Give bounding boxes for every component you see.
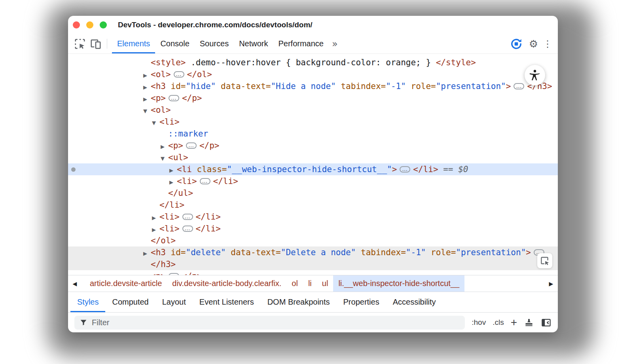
disclosure-arrow-icon[interactable]: ▶ [143,93,151,105]
filter-box[interactable] [74,316,465,330]
code-token: "presentation" [456,248,526,257]
dom-tree-row[interactable]: ▼<ul> [68,152,558,163]
tab-console[interactable]: Console [155,34,194,53]
dom-tree-row[interactable]: ▶<p>…</p> [68,92,558,104]
toggle-element-state-button[interactable]: :hov [472,318,486,327]
dom-tree-row[interactable]: <style> .demo--hover:hover { background-… [68,57,558,68]
ellipsis-expand-button[interactable]: … [169,95,179,101]
tab-performance[interactable]: Performance [273,34,329,53]
code-token: </ol> [187,70,212,79]
breadcrumb-scroll-right-icon[interactable]: ▶ [544,275,558,292]
disclosure-arrow-icon[interactable]: ▶ [143,271,151,275]
code-token: > [506,82,511,91]
disclosure-arrow-icon[interactable]: ▶ [143,82,151,93]
breadcrumb-item[interactable]: li.__web-inspector-hide-shortcut__ [333,275,464,292]
filter-funnel-icon [79,318,88,327]
tab-elements[interactable]: Elements [112,34,155,53]
breadcrumb-item[interactable]: div.devsite-article-body.clearfix. [167,275,286,292]
inspect-element-icon[interactable] [72,34,88,53]
traffic-lights [73,21,107,28]
more-options-icon[interactable]: ⋮ [543,39,552,49]
disclosure-arrow-icon[interactable]: ▶ [169,176,177,188]
tab-network[interactable]: Network [234,34,273,53]
styles-tab-layout[interactable]: Layout [155,292,193,312]
stamp-icon[interactable] [524,317,534,328]
toolbar-divider [107,39,107,49]
code-token: <ol> [151,70,171,79]
disclosure-arrow-icon[interactable]: ▶ [143,70,151,82]
code-token: "Hide a node" [271,82,335,91]
more-panels-icon[interactable]: » [329,34,341,53]
code-token: </li> [413,165,438,174]
code-token: > [392,165,397,174]
device-toolbar-icon[interactable] [88,34,104,53]
ellipsis-expand-button[interactable]: … [174,71,184,78]
breadcrumb-bar: ◀ article.devsite-articlediv.devsite-art… [68,275,558,292]
dom-tree-row[interactable]: ▶<p>…</p> [68,270,558,275]
code-token: "hide" [186,82,216,91]
styles-tab-computed[interactable]: Computed [105,292,155,312]
code-token: .demo--hover:hover { background-color: o… [186,58,436,67]
minimize-button[interactable] [86,21,93,28]
disclosure-arrow-icon[interactable]: ▶ [161,141,168,153]
ellipsis-expand-button[interactable]: … [200,178,210,184]
zoom-button[interactable] [100,21,107,28]
disclosure-arrow-icon[interactable]: ▶ [152,224,159,236]
dom-tree-row[interactable]: ▼<ol> [68,104,558,116]
ellipsis-expand-button[interactable]: … [182,226,193,232]
dom-tree-row[interactable]: ::marker [68,128,558,140]
disclosure-arrow-icon[interactable]: ▼ [161,153,168,165]
ellipsis-expand-button[interactable]: … [514,83,524,89]
new-style-rule-button[interactable]: + [511,317,517,328]
dom-tree-row[interactable]: ▶<h3 id="hide" data-text="Hide a node" t… [68,80,558,92]
filter-input[interactable] [92,318,460,327]
dom-tree: <style> .demo--hover:hover { background-… [68,54,558,275]
dom-tree-row[interactable]: </ul> [68,187,558,199]
dom-tree-row[interactable]: ▼<li> [68,116,558,128]
styles-tab-dom-breakpoints[interactable]: DOM Breakpoints [261,292,337,312]
element-classes-button[interactable]: .cls [493,318,504,327]
dom-tree-row[interactable]: ▶<li class="__web-inspector-hide-shortcu… [68,163,558,175]
breadcrumb-item[interactable]: li [303,275,317,292]
breadcrumb-scroll-left-icon[interactable]: ◀ [68,275,81,292]
code-token: > [526,248,531,257]
dom-tree-row[interactable]: ▶<h3 id="delete" data-text="Delete a nod… [68,246,558,258]
toggle-sidebar-icon[interactable] [541,317,552,328]
close-button[interactable] [73,21,80,28]
dom-tree-row[interactable]: ▶<p>…</p> [68,140,558,152]
ellipsis-expand-button[interactable]: … [186,142,197,149]
disclosure-arrow-icon[interactable]: ▼ [152,117,159,129]
code-token: </p> [199,141,220,150]
dom-tree-row[interactable]: ▶<ol>…</ol> [68,68,558,80]
dom-tree-row[interactable]: </h3> [68,258,558,270]
disclosure-arrow-icon[interactable]: ▶ [152,212,159,224]
styles-tab-styles[interactable]: Styles [70,292,105,312]
breadcrumb-item[interactable]: article.devsite-article [85,275,167,292]
disclosure-arrow-icon[interactable]: ▼ [143,105,151,117]
ellipsis-expand-button[interactable]: … [400,166,410,173]
scroll-into-view-icon[interactable] [537,253,552,268]
code-token: tabindex= [336,82,386,91]
styles-tab-accessibility[interactable]: Accessibility [386,292,443,312]
sync-icon[interactable] [508,38,524,50]
ellipsis-expand-button[interactable]: … [169,273,179,275]
styles-tab-properties[interactable]: Properties [337,292,386,312]
breadcrumb-item[interactable]: ol [286,275,303,292]
disclosure-arrow-icon[interactable]: ▶ [169,165,177,176]
tab-sources[interactable]: Sources [195,34,234,53]
code-token: id= [166,82,186,91]
breadcrumb-item[interactable]: ul [317,275,334,292]
devtools-toolbar: ElementsConsoleSourcesNetworkPerformance… [68,34,558,54]
toolbar-right: ⚙ ⋮ [508,34,552,53]
accessibility-overlay-button[interactable] [525,65,545,85]
settings-gear-icon[interactable]: ⚙ [529,39,538,49]
styles-tab-event-listeners[interactable]: Event Listeners [193,292,261,312]
ellipsis-expand-button[interactable]: … [182,214,193,220]
dom-tree-row[interactable]: </li> [68,199,558,211]
dom-tree-row[interactable]: ▶<li>…</li> [68,175,558,187]
dom-tree-row[interactable]: </ol> [68,235,558,246]
disclosure-arrow-icon[interactable]: ▶ [143,248,151,260]
dom-tree-row[interactable]: ▶<li>…</li> [68,211,558,223]
dom-tree-row[interactable]: ▶<li>…</li> [68,223,558,235]
code-token: <ul> [168,153,188,162]
